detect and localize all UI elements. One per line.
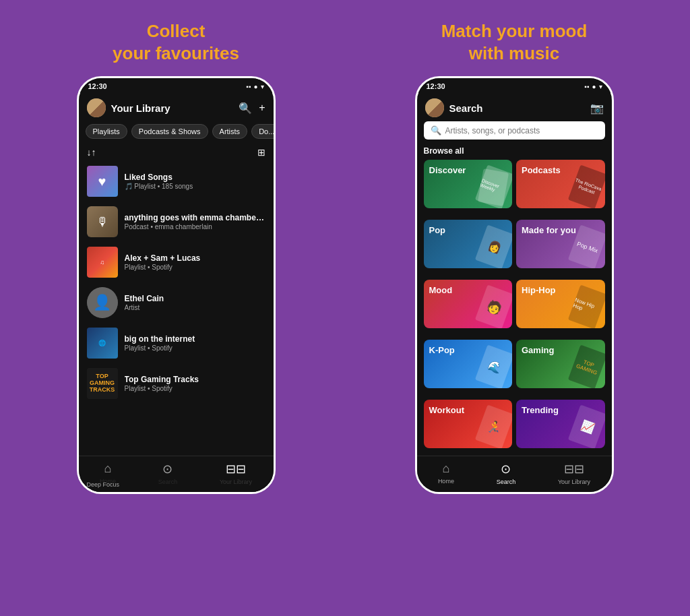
category-podcasts[interactable]: Podcasts The RioCava Podcast — [516, 160, 605, 208]
chip-more[interactable]: Do... — [251, 124, 273, 139]
discover-art: Discover Weekly — [475, 171, 509, 208]
gaming-art: TOP GAMING — [568, 351, 602, 388]
right-status-time: 12:30 — [427, 82, 445, 90]
workout-art: 🏃 — [475, 411, 509, 448]
category-workout-label: Workout — [429, 405, 464, 416]
category-hiphop[interactable]: Hip-Hop Now Hip Hop — [516, 280, 605, 328]
gaming-sub: Playlist • Spotify — [125, 385, 265, 392]
left-status-bar: 12:30 ▪▪ ● ▾ — [79, 78, 274, 93]
camera-icon-btn[interactable]: 📷 — [590, 102, 604, 115]
grid-button[interactable]: ⊞ — [257, 147, 265, 158]
library-list: ♥ Liked Songs 🎵 Playlist • 185 songs — [79, 162, 274, 456]
home-icon: ⌂ — [104, 462, 111, 476]
left-section: Collect your favourites 12:30 ▪▪ ● ▾ — [13, 20, 338, 494]
biginternet-sub: Playlist • Spotify — [125, 344, 265, 352]
gaming-thumb: TOP GAMING TRACKS — [87, 368, 118, 399]
mood-art: 🧑 — [475, 291, 509, 328]
signal-icon: ▪▪ — [584, 83, 589, 90]
alexsam-sub: Playlist • Spotify — [125, 264, 265, 271]
list-item[interactable]: TOP GAMING TRACKS Top Gaming Tracks Play… — [84, 364, 268, 403]
alexsam-info: Alex + Sam + Lucas Playlist • Spotify — [125, 253, 265, 271]
chip-playlists[interactable]: Playlists — [86, 124, 127, 139]
liked-songs-thumb: ♥ — [87, 166, 118, 197]
search-bar-placeholder: Artists, songs, or podcasts — [445, 126, 540, 135]
search-bar-icon: 🔍 — [431, 125, 441, 135]
category-workout[interactable]: Workout 🏃 — [424, 400, 513, 448]
right-headline: Match your mood with music — [441, 20, 588, 64]
category-pop-label: Pop — [429, 225, 446, 236]
category-gaming[interactable]: Gaming TOP GAMING — [516, 340, 605, 388]
right-bottom-nav: ⌂ Home ⊙ Search ⊟⊟ Your Library — [417, 456, 612, 492]
signal-icon: ▪▪ — [246, 83, 251, 90]
sort-button[interactable]: ↓↑ — [87, 147, 96, 158]
library-controls: ↓↑ ⊞ — [79, 144, 274, 162]
left-phone-frame: 12:30 ▪▪ ● ▾ Your Library 🔍 + — [77, 76, 276, 494]
add-icon-btn[interactable]: + — [259, 102, 265, 114]
battery-icon: ▾ — [599, 83, 602, 90]
nav-search-label-right: Search — [497, 479, 516, 485]
nav-library-label-right: Your Library — [558, 479, 590, 485]
category-kpop[interactable]: K-Pop 🌊 — [424, 340, 513, 388]
chip-artists[interactable]: Artists — [212, 124, 248, 139]
left-headline-line2: your favourites — [113, 43, 239, 63]
liked-songs-name: Liked Songs — [125, 173, 265, 182]
page-container: Collect your favourites 12:30 ▪▪ ● ▾ — [0, 0, 690, 616]
category-gaming-label: Gaming — [522, 345, 554, 356]
biginternet-thumb: 🌐 — [87, 328, 118, 359]
nav-home-right[interactable]: ⌂ Home — [438, 462, 454, 485]
ethel-sub: Artist — [125, 304, 265, 311]
battery-icon: ▾ — [261, 83, 264, 90]
right-status-icons: ▪▪ ● ▾ — [584, 83, 602, 90]
search-avatar[interactable] — [425, 98, 444, 117]
list-item[interactable]: ♫ Alex + Sam + Lucas Playlist • Spotify — [84, 243, 268, 282]
category-discover-label: Discover — [429, 165, 466, 176]
wifi-icon: ● — [253, 83, 257, 90]
left-status-icons: ▪▪ ● ▾ — [246, 83, 263, 90]
search-icon-btn[interactable]: 🔍 — [239, 102, 252, 115]
category-pop[interactable]: Pop 👩 — [424, 220, 513, 268]
search-nav-icon-right: ⊙ — [501, 462, 511, 476]
list-item[interactable]: ♥ Liked Songs 🎵 Playlist • 185 songs — [84, 162, 268, 201]
alexsam-thumb: ♫ — [87, 247, 118, 278]
user-avatar[interactable] — [87, 98, 106, 117]
browse-all-label: Browse all — [417, 144, 612, 160]
nav-library-right[interactable]: ⊟⊟ Your Library — [558, 462, 590, 485]
emma-thumb: 🎙 — [87, 206, 118, 237]
emma-info: anything goes with emma chamberlain Podc… — [125, 213, 265, 230]
podcasts-art: The RioCava Podcast — [568, 171, 602, 208]
library-icon: ⊟⊟ — [226, 462, 246, 476]
search-title-group: Search — [425, 98, 483, 117]
list-item[interactable]: 👤 Ethel Cain Artist — [84, 283, 268, 322]
nav-search-right[interactable]: ⊙ Search — [497, 462, 516, 485]
right-status-bar: 12:30 ▪▪ ● ▾ — [417, 78, 612, 93]
library-header: Your Library 🔍 + — [79, 93, 274, 121]
liked-songs-info: Liked Songs 🎵 Playlist • 185 songs — [125, 173, 265, 190]
right-section: Match your mood with music 12:30 ▪▪ ● ▾ — [352, 20, 677, 494]
ethel-info: Ethel Cain Artist — [125, 294, 265, 311]
left-headline-line1: Collect — [147, 21, 206, 41]
list-item[interactable]: 🎙 anything goes with emma chamberlain Po… — [84, 202, 268, 241]
right-phone-frame: 12:30 ▪▪ ● ▾ Search 📷 — [415, 76, 614, 494]
categories-grid: Discover Discover Weekly Podcasts The Ri… — [417, 160, 612, 456]
category-discover[interactable]: Discover Discover Weekly — [424, 160, 513, 208]
category-mood[interactable]: Mood 🧑 — [424, 280, 513, 328]
category-trending[interactable]: Trending 📈 — [516, 400, 605, 448]
kpop-art: 🌊 — [475, 351, 509, 388]
emma-sub: Podcast • emma chamberlain — [125, 223, 265, 230]
gaming-name: Top Gaming Tracks — [125, 375, 265, 384]
filter-chips: Playlists Podcasts & Shows Artists Do... — [79, 121, 274, 144]
search-bar[interactable]: 🔍 Artists, songs, or podcasts — [424, 121, 605, 140]
category-made-for-you[interactable]: Made for you Pop Mix — [516, 220, 605, 268]
category-made-for-you-label: Made for you — [522, 225, 576, 236]
library-icon-right: ⊟⊟ — [564, 462, 584, 476]
category-hiphop-label: Hip-Hop — [522, 285, 556, 296]
category-podcasts-label: Podcasts — [522, 165, 561, 176]
emma-name: anything goes with emma chamberlain — [125, 213, 265, 222]
right-headline-line1: Match your mood — [441, 21, 588, 41]
chip-podcasts[interactable]: Podcasts & Shows — [131, 124, 208, 139]
right-headline-line2: with music — [469, 43, 559, 63]
left-phone-content: Your Library 🔍 + Playlists Podcasts & Sh… — [79, 93, 274, 456]
wifi-icon: ● — [592, 83, 596, 90]
list-item[interactable]: 🌐 big on the internet Playlist • Spotify — [84, 324, 268, 363]
category-kpop-label: K-Pop — [429, 345, 455, 356]
